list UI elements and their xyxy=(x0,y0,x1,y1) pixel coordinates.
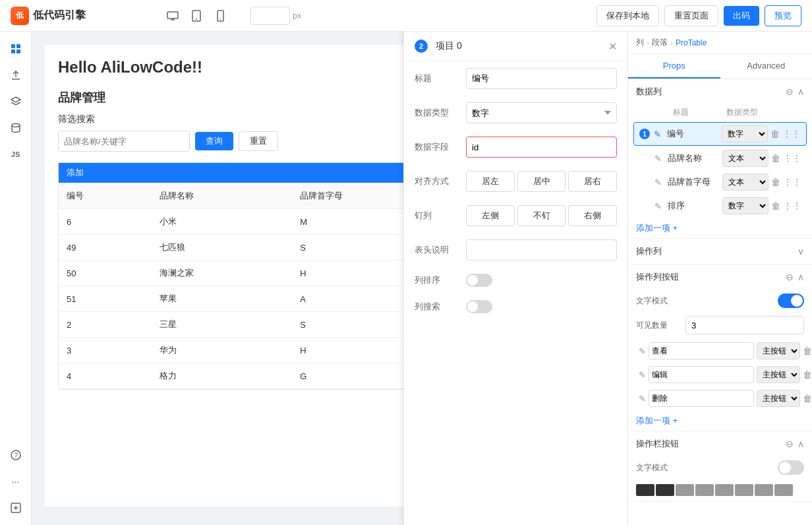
icon-grid-item[interactable] xyxy=(636,484,654,496)
tab-props[interactable]: Props xyxy=(628,54,720,78)
align-center-btn[interactable]: 居中 xyxy=(517,171,566,192)
logo-area: 低 低代码引擎 xyxy=(11,7,116,25)
preview-button[interactable]: 预览 xyxy=(765,5,801,26)
align-left-btn[interactable]: 居左 xyxy=(466,171,515,192)
col-edit-icon3[interactable]: ✎ xyxy=(654,177,665,187)
op-btn-header[interactable]: 操作列按钮 ⊖ ∧ xyxy=(628,264,812,290)
toolbar-text-mode-toggle[interactable] xyxy=(778,460,804,475)
sidebar-icon-upload[interactable] xyxy=(4,63,28,87)
col-type-select4[interactable]: 数字 文本 xyxy=(722,197,768,214)
sidebar-icon-components[interactable] xyxy=(4,37,28,61)
width-input[interactable]: 787 xyxy=(250,7,290,25)
col-type-select3[interactable]: 文本 数字 xyxy=(722,173,768,191)
export-button[interactable]: 出码 xyxy=(724,6,759,26)
fixed-none-btn[interactable]: 不钉 xyxy=(517,205,566,226)
data-columns-header[interactable]: 数据列 ⊖ ∧ xyxy=(628,79,812,104)
op-btn-name1[interactable] xyxy=(649,342,754,359)
op-btn-type2[interactable]: 主按钮 xyxy=(757,366,800,383)
header-desc-input[interactable] xyxy=(466,239,617,261)
minus-circle-icon3[interactable]: ⊖ xyxy=(786,439,794,449)
fixed-right-btn[interactable]: 右侧 xyxy=(568,205,617,226)
chevron-up-icon[interactable]: ∧ xyxy=(798,86,804,97)
col-edit-icon2[interactable]: ✎ xyxy=(654,154,665,164)
sidebar-icon-layers[interactable] xyxy=(4,90,28,113)
filter-input[interactable] xyxy=(58,131,190,152)
col-drag-icon4[interactable]: ⋮⋮ xyxy=(783,201,801,211)
item-number: 2 xyxy=(415,40,428,53)
fixed-left-btn[interactable]: 左侧 xyxy=(466,205,515,226)
op-btn-delete1[interactable]: 🗑 xyxy=(803,346,812,356)
col-edit-icon[interactable]: ✎ xyxy=(654,129,664,139)
tab-advanced[interactable]: Advanced xyxy=(720,54,813,78)
minus-circle-icon2[interactable]: ⊖ xyxy=(786,272,794,282)
icon-grid-item[interactable] xyxy=(676,484,694,496)
icon-grid-item[interactable] xyxy=(735,484,753,496)
reload-button[interactable]: 重置 xyxy=(239,131,278,151)
save-button[interactable]: 保存到本地 xyxy=(596,5,659,26)
icon-grid-item[interactable] xyxy=(774,484,793,496)
op-btn-edit2[interactable]: ✎ xyxy=(639,370,646,380)
col-delete-icon3[interactable]: 🗑 xyxy=(771,177,780,187)
sidebar-icon-database[interactable] xyxy=(4,116,28,140)
add-column-link[interactable]: 添加一项 + xyxy=(628,218,685,238)
col-drag-icon[interactable]: ⋮⋮ xyxy=(782,129,801,139)
col-drag-icon3[interactable]: ⋮⋮ xyxy=(783,177,801,187)
visible-count-input[interactable]: 3 xyxy=(685,316,804,334)
reset-button[interactable]: 重置页面 xyxy=(664,5,718,26)
header-desc-row: 表头说明 xyxy=(404,233,627,267)
toolbar-btn-header[interactable]: 操作栏按钮 ⊖ ∧ xyxy=(628,431,812,456)
icon-grid xyxy=(628,479,812,501)
add-op-btn-link[interactable]: 添加一项 + xyxy=(628,411,685,431)
chevron-up-icon2[interactable]: ∧ xyxy=(798,272,804,282)
col-name4: 排序 xyxy=(668,200,720,212)
op-btn-type3[interactable]: 主按钮 xyxy=(757,390,800,407)
align-right-btn[interactable]: 居右 xyxy=(568,171,617,192)
op-btn-edit3[interactable]: ✎ xyxy=(639,394,646,404)
sidebar-icon-more[interactable]: ··· xyxy=(4,470,28,493)
op-btn-name3[interactable] xyxy=(649,390,754,407)
op-btn-type1[interactable]: 主按钮 xyxy=(757,342,800,359)
col-delete-icon[interactable]: 🗑 xyxy=(770,129,780,139)
sort-toggle[interactable] xyxy=(466,274,492,287)
col-delete-icon2[interactable]: 🗑 xyxy=(771,153,780,164)
icon-grid-item[interactable] xyxy=(715,484,734,496)
col-drag-icon2[interactable]: ⋮⋮ xyxy=(783,153,801,164)
op-column-header[interactable]: 操作列 ∨ xyxy=(628,239,812,264)
icon-grid-item[interactable] xyxy=(695,484,714,496)
col-edit-icon4[interactable]: ✎ xyxy=(654,201,665,211)
sidebar-icon-js[interactable]: JS xyxy=(4,142,28,166)
op-btn-icons: ⊖ ∧ xyxy=(786,272,804,282)
sidebar-icon-help[interactable]: ? xyxy=(4,443,28,467)
sidebar-icon-expand[interactable] xyxy=(4,496,28,520)
col-type-select[interactable]: 数字 文本 xyxy=(722,125,768,142)
desktop-icon[interactable] xyxy=(163,9,182,22)
title-input[interactable] xyxy=(466,68,617,89)
icon-grid-item[interactable] xyxy=(656,484,674,496)
chevron-down-icon[interactable]: ∨ xyxy=(798,246,804,257)
op-btn-delete3[interactable]: 🗑 xyxy=(803,393,812,404)
data-field-input[interactable] xyxy=(466,137,617,158)
icon-grid-item[interactable] xyxy=(755,484,773,496)
table-row: 3 华为 H 100 xyxy=(59,338,403,363)
col-item3: ✎ 品牌首字母 文本 数字 🗑 ⋮⋮ xyxy=(633,171,807,193)
query-button[interactable]: 查询 xyxy=(195,132,233,150)
chevron-up-icon3[interactable]: ∧ xyxy=(798,439,804,449)
mobile-icon[interactable] xyxy=(211,9,229,22)
add-button[interactable]: 添加 xyxy=(67,167,84,179)
op-btn-delete2[interactable]: 🗑 xyxy=(803,369,812,380)
data-type-select[interactable]: 数字 文本 xyxy=(466,102,617,123)
minus-circle-icon[interactable]: ⊖ xyxy=(786,86,794,97)
col-delete-icon4[interactable]: 🗑 xyxy=(771,201,780,211)
op-btn-edit1[interactable]: ✎ xyxy=(639,346,646,356)
tablet-icon[interactable] xyxy=(187,9,206,22)
text-mode-toggle[interactable] xyxy=(778,293,804,308)
table-section: 添加 编号 品牌名称 品牌首字母 排序 xyxy=(58,162,403,390)
op-btn-name2[interactable] xyxy=(649,366,754,383)
col-type-select2[interactable]: 文本 数字 xyxy=(722,150,768,167)
search-toggle[interactable] xyxy=(466,300,492,313)
canvas-area[interactable]: Hello AliLowCode!! 品牌管理 筛选搜索 查询 重置 xyxy=(32,32,403,525)
toolbar-text-mode-row: 文字模式 xyxy=(628,456,812,479)
close-icon[interactable]: ✕ xyxy=(608,40,617,53)
title-label: 标题 xyxy=(415,73,461,84)
cell-id: 6 xyxy=(59,209,152,235)
